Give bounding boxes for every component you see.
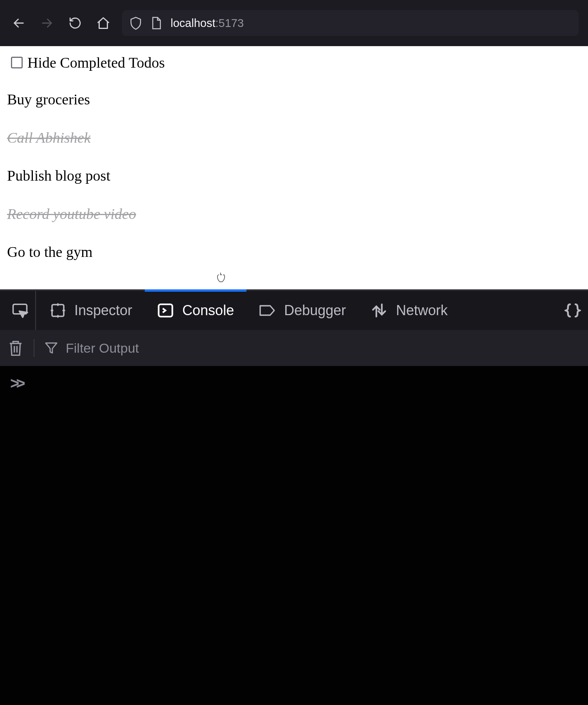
hide-completed-row[interactable]: Hide Completed Todos [11,54,581,71]
svg-marker-13 [46,343,57,353]
hide-completed-label: Hide Completed Todos [27,54,165,71]
devtools-tabstrip: Inspector Console Debugger Network [0,289,588,330]
arrow-right-icon [40,16,54,30]
trash-icon [8,339,23,357]
hide-completed-checkbox[interactable] [11,57,23,68]
inspector-icon [50,303,66,318]
svg-rect-3 [52,305,64,316]
style-editor-button[interactable] [557,291,588,330]
devtools: Inspector Console Debugger Network [0,289,588,705]
console-filter-input[interactable] [66,341,580,356]
back-button[interactable] [9,14,28,32]
arrow-left-icon [12,16,25,30]
home-icon [96,16,110,30]
network-icon [371,302,387,319]
tab-debugger-label: Debugger [284,302,346,319]
page-content: Hide Completed Todos Buy groceriesCall A… [0,46,588,289]
page-icon [150,16,162,30]
braces-icon [565,302,581,319]
url-text: localhost:5173 [171,17,244,30]
console-output[interactable]: >> [0,366,588,705]
tab-console[interactable]: Console [145,291,246,330]
tab-debugger[interactable]: Debugger [246,291,358,330]
clear-console-button[interactable] [8,339,23,357]
cursor-icon [217,272,225,282]
todo-list: Buy groceriesCall AbhishekPublish blog p… [7,91,581,261]
todo-item[interactable]: Record youtube video [7,205,581,223]
reload-button[interactable] [66,14,85,32]
element-picker-icon [12,302,28,319]
todo-item[interactable]: Call Abhishek [7,129,581,147]
forward-button[interactable] [38,14,56,32]
filter-icon [45,341,58,355]
tab-inspector[interactable]: Inspector [38,291,145,330]
tab-inspector-label: Inspector [74,302,132,319]
console-icon [157,302,174,319]
todo-item[interactable]: Buy groceries [7,91,581,109]
url-port: :5173 [215,17,244,29]
url-host: localhost [171,17,215,29]
tab-network[interactable]: Network [358,291,460,330]
console-prompt: >> [10,375,22,392]
element-picker-button[interactable] [5,291,36,330]
console-filter-bar [0,330,588,366]
home-button[interactable] [94,14,113,32]
tab-console-label: Console [182,302,234,319]
tab-network-label: Network [396,302,448,319]
debugger-icon [259,302,275,319]
reload-icon [68,16,82,30]
todo-item[interactable]: Publish blog post [7,167,581,185]
todo-item[interactable]: Go to the gym [7,243,581,261]
browser-toolbar: localhost:5173 [0,0,588,46]
shield-icon [130,16,142,30]
separator [34,339,34,357]
url-bar[interactable]: localhost:5173 [122,10,579,36]
